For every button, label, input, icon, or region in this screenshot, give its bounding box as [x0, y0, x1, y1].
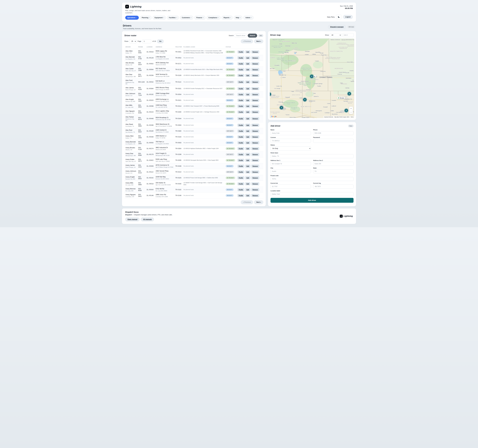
- map-attribution-item[interactable]: Map data ©2026 Google, INEGI: [334, 116, 350, 118]
- edit-button[interactable]: Edit: [245, 105, 251, 108]
- edit-button[interactable]: Edit: [245, 135, 251, 138]
- field-postal-code[interactable]: [270, 177, 353, 181]
- cluster-marker[interactable]: 2: [345, 109, 348, 112]
- field-state[interactable]: [313, 169, 354, 173]
- nav-finance[interactable]: Finance▾: [194, 16, 206, 20]
- profile-button[interactable]: Profile: [237, 56, 244, 59]
- edit-button[interactable]: Edit: [245, 129, 251, 133]
- nav-operations[interactable]: Operations▾: [125, 16, 139, 20]
- nav-equipment[interactable]: Equipment▾: [153, 16, 166, 20]
- edit-button[interactable]: Edit: [245, 62, 251, 65]
- remove-button[interactable]: Remove: [251, 129, 259, 133]
- theme-toggle-button[interactable]: [336, 15, 342, 19]
- remove-button[interactable]: Remove: [251, 68, 259, 71]
- edit-button[interactable]: Edit: [245, 56, 251, 59]
- edit-button[interactable]: Edit: [245, 141, 251, 144]
- remove-button[interactable]: Remove: [251, 117, 259, 120]
- remove-button[interactable]: Remove: [251, 62, 259, 65]
- field-location-label[interactable]: [270, 192, 353, 196]
- unit-marker[interactable]: TR-0114: [337, 97, 345, 99]
- remove-button[interactable]: Remove: [251, 93, 259, 96]
- remove-button[interactable]: Remove: [251, 50, 259, 54]
- nav-customers[interactable]: Customers▾: [180, 16, 193, 20]
- nav-planning[interactable]: Planning▾: [140, 16, 152, 20]
- cluster-marker[interactable]: 2: [310, 75, 314, 78]
- edit-button[interactable]: Edit: [245, 159, 251, 162]
- profile-button[interactable]: Profile: [237, 117, 244, 120]
- edit-button[interactable]: Edit: [245, 147, 251, 150]
- nav-admin[interactable]: Admin▾: [243, 16, 253, 20]
- edit-button[interactable]: Edit: [245, 74, 251, 77]
- profile-button[interactable]: Profile: [237, 124, 244, 127]
- zoom-in-button[interactable]: +: [349, 107, 353, 110]
- field-phone[interactable]: [313, 131, 354, 135]
- map-unit-dot[interactable]: [352, 80, 353, 81]
- logout-button[interactable]: Logout: [343, 15, 353, 19]
- edit-button[interactable]: Edit: [245, 182, 251, 185]
- edit-button[interactable]: Edit: [245, 87, 251, 90]
- page-number-input[interactable]: [142, 39, 151, 43]
- field-address-line-1[interactable]: [270, 162, 311, 166]
- field-current-lat[interactable]: [270, 185, 311, 188]
- cluster-marker[interactable]: 4: [303, 98, 307, 101]
- field-current-lng[interactable]: [313, 185, 354, 188]
- remove-button[interactable]: Remove: [251, 153, 259, 156]
- profile-button[interactable]: Profile: [237, 153, 244, 156]
- next-page-button[interactable]: Next »: [254, 39, 263, 43]
- edit-button[interactable]: Edit: [245, 117, 251, 120]
- search-input[interactable]: [235, 34, 247, 37]
- edit-button[interactable]: Edit: [245, 176, 251, 180]
- profile-button[interactable]: Profile: [237, 188, 244, 191]
- remove-button[interactable]: Remove: [251, 176, 259, 180]
- edit-button[interactable]: Edit: [245, 50, 251, 54]
- remove-button[interactable]: Remove: [251, 110, 259, 114]
- remove-button[interactable]: Remove: [251, 74, 259, 77]
- remove-button[interactable]: Remove: [251, 141, 259, 144]
- edit-button[interactable]: Edit: [245, 110, 251, 114]
- edit-button[interactable]: Edit: [245, 124, 251, 127]
- go-button[interactable]: Go: [157, 39, 164, 43]
- profile-button[interactable]: Profile: [237, 135, 244, 138]
- remove-button[interactable]: Remove: [251, 124, 259, 127]
- profile-button[interactable]: Profile: [237, 182, 244, 185]
- nav-compliance[interactable]: Compliance▾: [207, 16, 220, 20]
- remove-button[interactable]: Remove: [251, 80, 259, 84]
- remove-button[interactable]: Remove: [251, 147, 259, 150]
- profile-button[interactable]: Profile: [237, 176, 244, 180]
- cluster-marker[interactable]: 2: [347, 92, 351, 95]
- add-driver-submit-button[interactable]: Add driver: [270, 198, 353, 203]
- remove-button[interactable]: Remove: [251, 165, 259, 168]
- edit-button[interactable]: Edit: [245, 68, 251, 71]
- nav-help[interactable]: Help▾: [234, 16, 242, 20]
- map-unit-input[interactable]: [342, 33, 354, 37]
- previous-page-button[interactable]: « Previous: [241, 39, 253, 43]
- profile-button[interactable]: Profile: [237, 170, 244, 174]
- profile-button[interactable]: Profile: [237, 165, 244, 168]
- map-attribution-item[interactable]: Terms: [350, 116, 354, 118]
- nav-facilities[interactable]: Facilities▾: [167, 16, 179, 20]
- edit-button[interactable]: Edit: [245, 194, 251, 197]
- remove-button[interactable]: Remove: [251, 159, 259, 162]
- rows-per-page-select[interactable]: 25: [129, 39, 136, 44]
- field-address-line-2[interactable]: [313, 162, 354, 166]
- profile-button[interactable]: Profile: [237, 62, 244, 65]
- remove-button[interactable]: Remove: [251, 99, 259, 102]
- field-city[interactable]: [270, 169, 311, 173]
- profile-button[interactable]: Profile: [237, 159, 244, 162]
- map-canvas[interactable]: United StatesMONTANAIDAHOWYOMINGSOUTH DA…: [270, 38, 354, 118]
- remove-button[interactable]: Remove: [251, 182, 259, 185]
- field-status[interactable]: On Duty: [270, 146, 311, 151]
- nav-reports[interactable]: Reports▾: [222, 16, 233, 20]
- dispatch-manager-link[interactable]: Dispatch manager: [328, 25, 346, 29]
- edit-button[interactable]: Edit: [245, 93, 251, 96]
- field-name[interactable]: [270, 131, 311, 135]
- remove-button[interactable]: Remove: [251, 135, 259, 138]
- profile-button[interactable]: Profile: [237, 74, 244, 77]
- all-manuals-button[interactable]: All manuals: [141, 218, 154, 221]
- previous-page-button-bottom[interactable]: « Previous: [241, 200, 253, 204]
- field-license[interactable]: [270, 139, 311, 143]
- edit-button[interactable]: Edit: [245, 99, 251, 102]
- remove-button[interactable]: Remove: [251, 87, 259, 90]
- profile-button[interactable]: Profile: [237, 141, 244, 144]
- profile-button[interactable]: Profile: [237, 50, 244, 54]
